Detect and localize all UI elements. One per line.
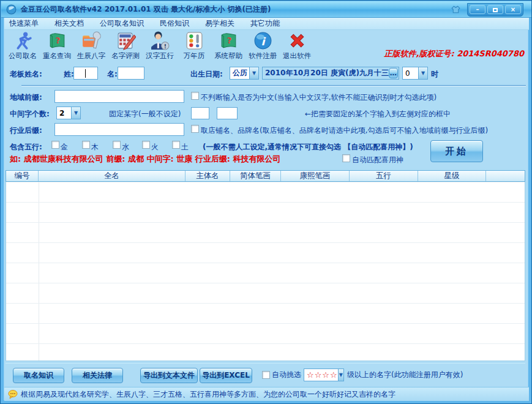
- toolbar-hanzi-wuxing[interactable]: ! 汉字五行: [143, 31, 177, 62]
- chevron-down-icon[interactable]: ▼: [71, 107, 80, 119]
- menu-folk-knowledge[interactable]: 民俗知识: [160, 18, 189, 29]
- chevron-down-icon[interactable]: ▼: [249, 67, 258, 79]
- wood-label: 木: [91, 142, 99, 152]
- hour-select[interactable]: 0 ▼: [402, 67, 428, 80]
- no-chinese-checkbox[interactable]: [191, 92, 199, 100]
- toolbar-register[interactable]: i 软件注册: [245, 31, 280, 62]
- svg-text:?: ?: [55, 36, 60, 45]
- middle-count-select[interactable]: 2 ▼: [56, 107, 81, 119]
- region-prefix-input[interactable]: [54, 90, 184, 103]
- minimize-button[interactable]: –: [470, 5, 485, 14]
- export-excel-button[interactable]: 导出到EXCEL: [200, 368, 252, 383]
- perpetual-calendar-icon: [184, 31, 204, 51]
- surname-label: 姓:: [64, 69, 74, 80]
- menu-docs[interactable]: 相关文档: [54, 18, 84, 29]
- maximize-button[interactable]: [487, 5, 503, 14]
- earth-checkbox[interactable]: [172, 141, 180, 149]
- given-name-input[interactable]: [118, 67, 144, 80]
- svg-text:?: ?: [227, 36, 231, 45]
- date-picker-button[interactable]: ...: [389, 68, 398, 78]
- result-table-body[interactable]: [6, 182, 525, 361]
- col-empty: [486, 171, 525, 181]
- start-button[interactable]: 开始: [430, 140, 483, 162]
- toolbar-calendar[interactable]: 万年历: [177, 31, 211, 62]
- toolbar: 公司取名 ? 重名查询 生辰八字 名字评测 ! 汉字五行 万年历 ? 系统帮助 …: [6, 31, 348, 62]
- shop-name-checkbox-label: 取店铺名、品牌名(取店铺名、品牌名时请选中此项,勾选后可不输入地域前缀与行业后缀…: [201, 125, 488, 136]
- related-law-button[interactable]: 相关法律: [72, 368, 123, 383]
- fixed-char-hint: ←把需要固定的某个字输入到左侧对应的框中: [305, 109, 451, 119]
- water-label: 水: [122, 142, 129, 152]
- calendar-type-select[interactable]: 公历 ▼: [230, 67, 259, 80]
- water-checkbox[interactable]: [113, 141, 121, 149]
- auto-match-checkbox[interactable]: [342, 154, 350, 162]
- license-text: 正版软件,版权证号: 2014SR040780: [384, 48, 525, 59]
- naming-knowledge-button[interactable]: 取名知识: [13, 368, 64, 383]
- birth-date-value: 2010年10月20日 庚寅(虎)九月十三: [263, 68, 389, 78]
- middle-count-label: 中间字个数:: [10, 109, 50, 119]
- auto-match-label: 自动匹配喜用神: [352, 155, 403, 165]
- text-caret: [85, 69, 86, 78]
- book-question-icon: ?: [219, 31, 239, 51]
- status-bar: 根据周易及现代姓名研究学、生辰八字、三才五格、五行喜用神等多方面、为您的公司取一…: [4, 387, 529, 401]
- hour-label: 时: [431, 69, 438, 80]
- close-button[interactable]: ×: [505, 5, 521, 14]
- skin-icon[interactable]: [451, 4, 461, 15]
- industry-suffix-label: 行业后缀:: [10, 125, 42, 136]
- fixed-char-input-1[interactable]: [191, 107, 209, 119]
- auto-pick-suffix: 级以上的名字(此功能注册用户有效): [347, 370, 463, 380]
- col-kangxi-strokes[interactable]: 康熙笔画: [281, 171, 350, 181]
- maximize-icon: [493, 8, 498, 12]
- menu-yixue[interactable]: 易学相关: [205, 18, 234, 29]
- window-title: 金豆豆公司取名软件v42 2017.01.01 双击 最大化/标准大小 切换(已…: [21, 4, 271, 15]
- col-star-rating[interactable]: 星级: [418, 171, 486, 181]
- separator: [21, 85, 526, 86]
- menu-other[interactable]: 其它功能: [250, 18, 280, 29]
- col-five-elements[interactable]: 五行: [350, 171, 418, 181]
- birth-date-field[interactable]: 2010年10月20日 庚寅(虎)九月十三 ...: [262, 67, 399, 80]
- metal-checkbox[interactable]: [51, 141, 59, 149]
- menu-bar: 快速菜单 相关文档 公司取名知识 民俗知识 易学相关 其它功能: [4, 18, 529, 30]
- star-level-select[interactable]: ☆☆☆☆ ▼: [304, 368, 344, 381]
- fixed-char-label: 固定某字(一般不设定): [109, 109, 181, 119]
- footer-bar: 取名知识 相关法律 导出到文本文件 导出到EXCEL 自动挑选 ☆☆☆☆ ▼ 级…: [6, 363, 525, 386]
- five-elements-label: 包含五行:: [10, 142, 42, 152]
- birth-date-label: 出生日期:: [190, 69, 223, 80]
- toolbar-duplicate-check[interactable]: ? 重名查询: [40, 31, 74, 62]
- col-full-name[interactable]: 全名: [39, 171, 185, 181]
- svg-text:!: !: [163, 43, 166, 50]
- metal-label: 金: [61, 142, 68, 152]
- window-controls: – ×: [467, 3, 523, 17]
- star-rating-value: ☆☆☆☆: [304, 370, 338, 380]
- status-text: 根据周易及现代姓名研究学、生辰八字、三才五格、五行喜用神等多方面、为您的公司取一…: [21, 389, 395, 400]
- col-subject-name[interactable]: 主体名: [185, 171, 230, 181]
- export-text-button[interactable]: 导出到文本文件: [140, 368, 198, 383]
- menu-quick[interactable]: 快速菜单: [9, 18, 39, 29]
- chevron-down-icon[interactable]: ▼: [418, 67, 427, 79]
- col-number[interactable]: 编号: [6, 171, 39, 181]
- region-prefix-label: 地域前缀:: [10, 92, 42, 103]
- surname-input[interactable]: [73, 67, 98, 80]
- speech-bubble-icon: [8, 389, 18, 399]
- no-chinese-checkbox-label: 不判断输入是否为中文(当输入中文汉字,软件不能正确识别时才勾选此项): [201, 92, 436, 103]
- running-man-icon: [13, 31, 33, 51]
- auto-pick-checkbox[interactable]: [262, 371, 270, 379]
- industry-suffix-input[interactable]: [54, 123, 184, 136]
- toolbar-name-test[interactable]: 名字评测: [108, 31, 143, 62]
- person-icon: !: [150, 31, 170, 51]
- fire-checkbox[interactable]: [142, 141, 150, 149]
- fixed-char-input-2[interactable]: [217, 107, 238, 119]
- toolbar-company-naming[interactable]: 公司取名: [6, 31, 40, 62]
- toolbar-help[interactable]: ? 系统帮助: [211, 31, 245, 62]
- wood-checkbox[interactable]: [82, 141, 90, 149]
- book-question-icon: ?: [47, 31, 67, 51]
- col-simple-strokes[interactable]: 简体笔画: [230, 171, 281, 181]
- toolbar-exit[interactable]: 退出软件: [280, 31, 314, 62]
- folder-wrench-icon: [81, 31, 102, 51]
- chevron-down-icon[interactable]: ▼: [338, 369, 343, 381]
- example-text: 如: 成都世康科技有限公司 前缀: 成都 中间字: 世康 行业后缀: 科技有限公…: [10, 154, 280, 165]
- given-name-label: 名:: [107, 69, 118, 80]
- boss-name-label: 老板姓名:: [10, 69, 42, 80]
- menu-naming-knowledge[interactable]: 公司取名知识: [100, 18, 144, 29]
- toolbar-bazi[interactable]: 生辰八字: [74, 31, 108, 62]
- shop-name-checkbox[interactable]: [191, 125, 199, 133]
